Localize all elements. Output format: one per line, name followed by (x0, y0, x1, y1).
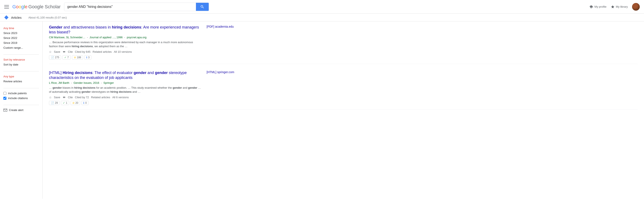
hamburger-menu[interactable] (4, 5, 9, 8)
sidebar-divider-1 (4, 54, 39, 55)
result-title-keyword-2b: gender (134, 71, 146, 75)
related-articles-2[interactable]: Related articles (91, 96, 110, 99)
doc-icon-1: 📄 (51, 56, 54, 59)
sidebar-sort-relevance[interactable]: Sort by relevance (4, 57, 39, 62)
result-meta-1: CM Marlowe, SL Schneider… - Journal of a… (49, 36, 202, 39)
circle-icon-1: ⊘ (74, 56, 76, 59)
stat-doc-value-1: 275 (55, 56, 59, 59)
sidebar-divider-4 (4, 105, 39, 105)
include-citations-checkbox[interactable]: include citations (4, 96, 39, 101)
result-item-2: [HTML] Hiring decisions: The effect of e… (49, 70, 638, 110)
stat-info-1: ℹ 3 (84, 55, 92, 59)
patents-checkbox-input[interactable] (4, 92, 6, 95)
all-versions-1[interactable]: All 10 versions (114, 50, 132, 53)
result-meta-2: L Rice, JM Barth - Gender Issues, 2016 -… (49, 81, 202, 84)
sidebar-any-time[interactable]: Any time (4, 26, 39, 31)
result-side-2: [HTML] springer.com (206, 70, 245, 105)
graduation-cap-icon (589, 5, 593, 9)
stat-check-value-1: 7 (67, 56, 69, 59)
star-icon (611, 5, 614, 9)
cited-by-2[interactable]: Cited by 72 (75, 96, 89, 99)
sidebar-review-articles[interactable]: Review articles (4, 79, 39, 84)
result-journal-1: Journal of applied …, 1996 (90, 36, 122, 39)
cite-button-2[interactable]: Cite (68, 96, 73, 99)
result-journal-2: Gender Issues, 2016 (74, 81, 99, 84)
stat-circle-1: ⊘ 188 (72, 55, 83, 59)
save-button-2[interactable]: Save (54, 96, 60, 99)
result-authors-2: L Rice, JM Barth (49, 81, 70, 84)
create-alert[interactable]: Create alert (4, 108, 39, 113)
info-icon-1: ℹ (86, 56, 87, 59)
include-patents-label: include patents (8, 92, 26, 95)
main-layout: Any time Since 2023 Since 2022 Since 201… (0, 21, 644, 199)
sidebar-any-type[interactable]: Any type (4, 74, 39, 79)
result-snippet-2: … gender biases in hiring decisions for … (49, 86, 202, 94)
include-citations-label: include citations (8, 97, 28, 100)
stat-check-1: ✓ 7 (62, 55, 71, 59)
stat-circle-2: ⊘ 20 (70, 101, 80, 105)
result-stats-1: 📄 275 ✓ 7 ⊘ 188 ℹ 3 (49, 55, 202, 59)
result-title-2[interactable]: [HTML] Hiring decisions: The effect of e… (49, 70, 202, 80)
star-icon-1: ☆ (49, 50, 52, 54)
all-versions-2[interactable]: All 6 versions (112, 96, 129, 99)
search-button[interactable] (196, 3, 209, 11)
result-title-keyword-2c: gender (155, 71, 168, 75)
stat-doc-2: 📄 29 (49, 101, 60, 105)
result-actions-1: ☆ Save Cite Cited by 645 Related article… (49, 50, 202, 54)
pdf-link-2[interactable]: [HTML] springer.com (206, 70, 234, 74)
header: Google Google Scholar gender AND "hiring… (0, 0, 644, 14)
sidebar-since-2023[interactable]: Since 2023 (4, 31, 39, 35)
type-filter-section: Any type Review articles (4, 74, 39, 84)
result-side-1: [PDF] academia.edu (206, 25, 245, 59)
checkbox-section: include patents include citations (4, 91, 39, 101)
star-icon-2: ☆ (49, 96, 52, 99)
include-patents-checkbox[interactable]: include patents (4, 91, 39, 96)
stat-info-value-2: 0 (85, 101, 87, 104)
sidebar-custom-range[interactable]: Custom range... (4, 45, 39, 50)
sidebar-since-2022[interactable]: Since 2022 (4, 35, 39, 40)
doc-icon-2: 📄 (51, 101, 54, 104)
my-library-label: My library (616, 5, 628, 8)
my-profile-link[interactable]: My profile (589, 5, 606, 9)
result-title-keyword: Gender (49, 25, 62, 29)
sidebar-divider-2 (4, 71, 39, 71)
check-icon-2: ✓ (63, 101, 65, 104)
quote-icon-1 (62, 50, 66, 54)
sidebar-sort-date[interactable]: Sort by date (4, 62, 39, 67)
results-count: About 41,100 results (0.07 sec) (28, 16, 67, 19)
quote-icon-2 (62, 96, 66, 99)
stat-circle-value-2: 20 (76, 101, 78, 104)
time-filter-section: Any time Since 2023 Since 2022 Since 201… (4, 26, 39, 50)
result-source-2: Springer (104, 81, 114, 84)
stat-doc-1: 📄 275 (49, 55, 61, 59)
stat-info-value-1: 3 (88, 56, 90, 59)
save-button-1[interactable]: Save (54, 50, 60, 53)
cited-by-1[interactable]: Cited by 645 (75, 50, 90, 53)
my-library-link[interactable]: My library (611, 5, 628, 9)
create-alert-label: Create alert (9, 108, 24, 112)
header-right: My profile My library (589, 3, 640, 11)
result-title-keyword-2: Hiring decisions (62, 71, 92, 75)
logo: Google Google Scholar (12, 4, 61, 9)
sort-section: Sort by relevance Sort by date (4, 57, 39, 67)
cite-button-1[interactable]: Cite (68, 50, 73, 53)
avatar[interactable] (632, 3, 640, 11)
results-content: Gender and attractiveness biases in hiri… (42, 21, 644, 199)
result-title-1[interactable]: Gender and attractiveness biases in hiri… (49, 25, 202, 35)
result-snippet-1: … Because performance reviews in this or… (49, 40, 202, 48)
result-main: Gender and attractiveness biases in hiri… (49, 25, 202, 59)
citations-checkbox-input[interactable] (4, 97, 6, 100)
sidebar-since-2019[interactable]: Since 2019 (4, 40, 39, 45)
circle-icon-2: ⊘ (72, 101, 74, 104)
search-input[interactable]: gender AND "hiring decisions" (64, 3, 196, 11)
result-title-keyword2: hiring decisions (112, 25, 141, 29)
stat-circle-value-1: 188 (77, 56, 81, 59)
envelope-icon (4, 109, 7, 112)
pdf-link-1[interactable]: [PDF] academia.edu (206, 25, 234, 28)
result-authors-1: CM Marlowe, SL Schneider… (49, 36, 86, 39)
stat-info-2: ℹ 0 (81, 101, 88, 105)
sidebar: Any time Since 2023 Since 2022 Since 201… (0, 21, 42, 199)
articles-icon (4, 15, 8, 19)
related-articles-1[interactable]: Related articles (93, 50, 112, 53)
sub-header: Articles About 41,100 results (0.07 sec) (0, 14, 644, 21)
